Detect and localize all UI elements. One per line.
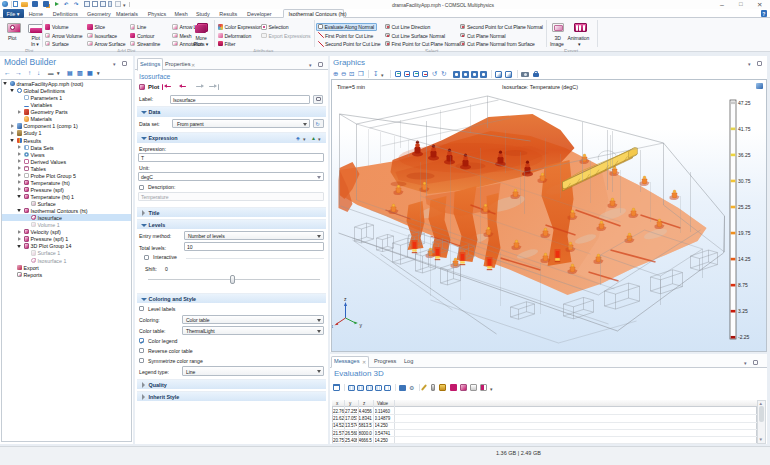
svg-text:3.25: 3.25	[738, 308, 748, 314]
svg-text:47.25: 47.25	[738, 100, 751, 106]
svg-text:-2.25: -2.25	[738, 334, 750, 340]
svg-text:z: z	[344, 296, 347, 302]
svg-text:41.75: 41.75	[738, 126, 751, 132]
svg-text:36.25: 36.25	[738, 152, 751, 158]
svg-text:14.25: 14.25	[738, 256, 751, 262]
svg-text:30.75: 30.75	[738, 178, 751, 184]
svg-text:19.75: 19.75	[738, 230, 751, 236]
svg-text:x: x	[332, 323, 334, 329]
svg-text:25.25: 25.25	[738, 204, 751, 210]
svg-text:y: y	[359, 322, 362, 328]
svg-text:8.75: 8.75	[738, 282, 748, 288]
